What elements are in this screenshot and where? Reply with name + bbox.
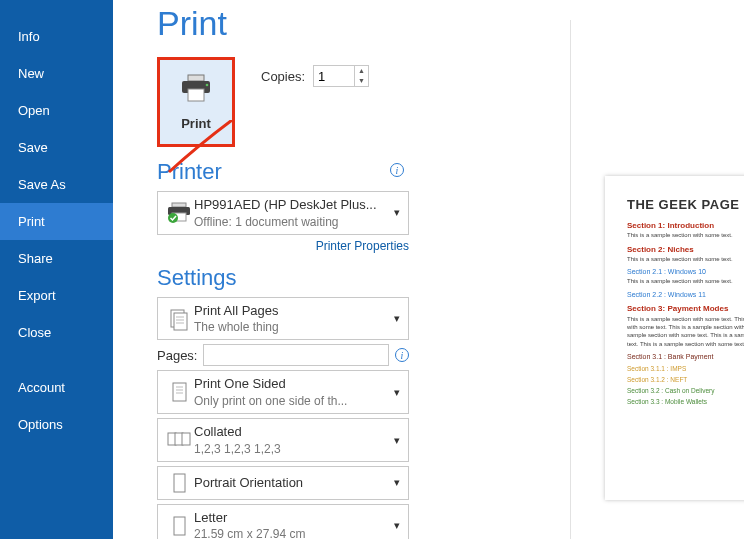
papersize-select[interactable]: Letter 21.59 cm x 27.94 cm ▾: [157, 504, 409, 539]
printer-status: Offline: 1 document waiting: [194, 214, 392, 230]
svg-rect-4: [172, 203, 186, 207]
pages-icon: [164, 307, 194, 331]
copies-up-icon[interactable]: ▲: [355, 66, 368, 76]
pages-label: Pages:: [157, 348, 197, 363]
preview-subsection: Section 3.2 : Cash on Delivery: [627, 386, 744, 395]
chevron-down-icon: ▾: [392, 206, 402, 219]
papersize-title: Letter: [194, 509, 392, 527]
preview-section: Section 3: Payment Modes: [627, 303, 744, 314]
chevron-down-icon: ▾: [392, 519, 402, 532]
preview-section: Section 1: Introduction: [627, 220, 744, 231]
portrait-icon: [164, 471, 194, 495]
sides-title: Print One Sided: [194, 375, 392, 393]
print-scope-select[interactable]: Print All Pages The whole thing ▾: [157, 297, 409, 341]
divider: [570, 20, 571, 539]
svg-rect-9: [174, 313, 187, 330]
svg-point-2: [206, 84, 209, 87]
printer-name: HP991AED (HP DeskJet Plus...: [194, 196, 392, 214]
info-icon[interactable]: i: [390, 163, 404, 177]
preview-subsection: Section 2.2 : Windows 11: [627, 290, 744, 300]
info-icon[interactable]: i: [395, 348, 409, 362]
svg-rect-3: [188, 89, 204, 101]
printer-status-icon: [164, 202, 194, 224]
paper-icon: [164, 514, 194, 538]
preview-body: This is a sample section with some text.: [627, 231, 744, 239]
svg-rect-0: [188, 75, 204, 81]
sidebar-item-close[interactable]: Close: [0, 314, 113, 351]
print-button[interactable]: Print: [157, 57, 235, 147]
preview-subsubsection: Section 3.1.1 : IMPS: [627, 364, 744, 373]
print-main: Print Print Copies: ▲ ▼: [113, 0, 744, 539]
sidebar-item-saveas[interactable]: Save As: [0, 166, 113, 203]
svg-rect-19: [182, 433, 190, 445]
print-scope-subtitle: The whole thing: [194, 319, 392, 335]
copies-label: Copies:: [261, 69, 305, 84]
printer-select[interactable]: HP991AED (HP DeskJet Plus... Offline: 1 …: [157, 191, 409, 235]
print-scope-title: Print All Pages: [194, 302, 392, 320]
document-preview: THE GEEK PAGE Section 1: Introduction Th…: [605, 176, 744, 500]
chevron-down-icon: ▾: [392, 476, 402, 489]
chevron-down-icon: ▾: [392, 312, 402, 325]
collated-icon: [164, 428, 194, 452]
svg-rect-20: [174, 474, 185, 492]
chevron-down-icon: ▾: [392, 386, 402, 399]
collation-title: Collated: [194, 423, 392, 441]
svg-point-7: [168, 213, 178, 223]
sidebar-item-print[interactable]: Print: [0, 203, 113, 240]
orientation-select[interactable]: Portrait Orientation ▾: [157, 466, 409, 500]
sidebar-item-info[interactable]: Info: [0, 18, 113, 55]
orientation-title: Portrait Orientation: [194, 474, 392, 492]
copies-stepper[interactable]: ▲ ▼: [313, 65, 369, 87]
pages-input[interactable]: [203, 344, 389, 366]
papersize-subtitle: 21.59 cm x 27.94 cm: [194, 526, 392, 539]
preview-body: This is a sample section with some text.: [627, 255, 744, 263]
sides-select[interactable]: Print One Sided Only print on one side o…: [157, 370, 409, 414]
sidebar-item-save[interactable]: Save: [0, 129, 113, 166]
sidebar-item-new[interactable]: New: [0, 55, 113, 92]
preview-subsubsection: Section 3.1.2 : NEFT: [627, 375, 744, 384]
backstage-sidebar: Info New Open Save Save As Print Share E…: [0, 0, 113, 539]
collation-subtitle: 1,2,3 1,2,3 1,2,3: [194, 441, 392, 457]
sidebar-item-options[interactable]: Options: [0, 406, 113, 443]
printer-properties-link[interactable]: Printer Properties: [157, 239, 409, 253]
preview-subsection: Section 3.1 : Bank Payment: [627, 352, 744, 362]
sidebar-item-open[interactable]: Open: [0, 92, 113, 129]
sidebar-item-export[interactable]: Export: [0, 277, 113, 314]
sides-subtitle: Only print on one side of th...: [194, 393, 392, 409]
chevron-down-icon: ▾: [392, 434, 402, 447]
print-button-label: Print: [181, 116, 211, 131]
svg-rect-21: [174, 517, 185, 535]
page-title: Print: [157, 4, 744, 43]
preview-section: Section 2: Niches: [627, 244, 744, 255]
copies-down-icon[interactable]: ▼: [355, 76, 368, 86]
copies-input[interactable]: [314, 69, 354, 84]
preview-body: This is a sample section with some text.…: [627, 315, 744, 349]
collation-select[interactable]: Collated 1,2,3 1,2,3 1,2,3 ▾: [157, 418, 409, 462]
preview-body: This is a sample section with some text.: [627, 277, 744, 285]
preview-title: THE GEEK PAGE: [627, 196, 744, 214]
printer-icon: [178, 73, 214, 106]
sidebar-item-share[interactable]: Share: [0, 240, 113, 277]
svg-rect-13: [173, 383, 186, 401]
one-sided-icon: [164, 380, 194, 404]
sidebar-item-account[interactable]: Account: [0, 369, 113, 406]
preview-subsection: Section 2.1 : Windows 10: [627, 267, 744, 277]
preview-subsection: Section 3.3 : Mobile Wallets: [627, 397, 744, 406]
